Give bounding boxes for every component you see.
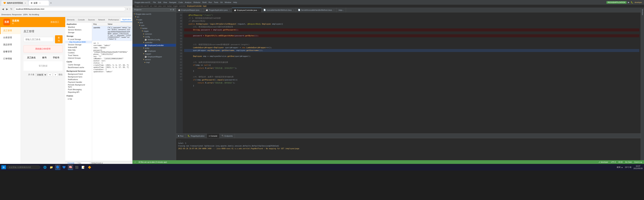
app-item-bgfetch[interactable]: Background Fetch — [65, 73, 92, 75]
bottom-tab-console[interactable]: ≡ Console — [207, 134, 220, 138]
console-tab[interactable]: Console — [66, 161, 75, 164]
close-tab-mapper[interactable]: × — [201, 9, 202, 11]
editor-tab-invocable[interactable]: 📄 InvocableHandlerMethod.class × — [262, 8, 296, 12]
storage-row[interactable]: userInfo {"id":1,"username":"admin","nam… — [92, 26, 132, 41]
browser-tab-settings[interactable]: ⚙ 设置 ✕ — [29, 0, 49, 5]
app-item-bgsync[interactable]: Background Sync — [65, 75, 92, 78]
bottom-tab-endpoints[interactable]: 🔌 Endpoints — [220, 134, 235, 138]
back-button[interactable]: ◀ — [1, 7, 4, 11]
taskbar-app-chrome[interactable]: 🔵 — [55, 165, 60, 170]
taskbar-search-input[interactable] — [7, 165, 40, 169]
sidebar-item-combo[interactable]: 套餐管理 — [0, 48, 21, 55]
tree-employeecontroller[interactable]: ☕ EmployeeController — [132, 44, 176, 47]
bottom-tab-reggieapp[interactable]: 🐛 ReggiApplication — [186, 134, 207, 138]
app-item-localstorage[interactable]: ▾ Local Storage — [65, 38, 92, 41]
address-bar[interactable] — [14, 7, 126, 11]
close-tab-servlet[interactable]: × — [334, 9, 334, 11]
tree-project-root[interactable]: ▾ Reggie-take-out-01 — [132, 12, 176, 15]
debug-btn[interactable]: 🐛 — [631, 1, 633, 3]
app-item-manifest[interactable]: Manifest — [65, 26, 92, 28]
tree-entity[interactable]: ▾ entity — [132, 47, 176, 49]
taskbar-app-vscode[interactable]: 💙 — [62, 165, 67, 170]
devtools-tab-performance[interactable]: Performance — [107, 18, 120, 22]
tree-impl[interactable]: ▸ impl — [132, 61, 176, 64]
taskbar-app-typora[interactable]: 📝 — [80, 165, 86, 170]
app-item-pushmsg[interactable]: Push Messaging — [65, 88, 92, 91]
browser-tab-active[interactable]: 🧡 瑞智外卖管理系统 ✕ — [1, 0, 28, 5]
bottom-tab-run[interactable]: ▶ Run — [176, 134, 186, 138]
tree-service[interactable]: ▾ service — [132, 58, 176, 61]
tree-controller[interactable]: ▾ controller — [132, 41, 176, 44]
menu-git[interactable]: Git — [220, 1, 222, 3]
menu-help[interactable]: Help — [233, 1, 237, 3]
editor-tab-mapper[interactable]: ☕ EmployeeMapper.java × — [176, 8, 204, 12]
search-input[interactable] — [24, 37, 54, 42]
app-item-sessionstorage[interactable]: Session Storage — [65, 43, 92, 46]
taskbar-app-intellij2[interactable]: 🔶 — [87, 165, 92, 170]
app-item-bfcache[interactable]: Back/forward cache — [65, 66, 92, 69]
menu-tools[interactable]: Tools — [214, 1, 218, 3]
taskbar-app-file[interactable]: 📁 — [49, 165, 54, 170]
console-filter[interactable] — [77, 162, 90, 164]
bookmark-icon[interactable]: ☆ — [126, 8, 128, 10]
app-item-trusttokens[interactable]: Trust Tokens — [65, 54, 92, 57]
tree-taotao[interactable]: ▾ taotao — [132, 27, 176, 30]
app-item-serviceworkers[interactable]: Service Workers — [65, 28, 92, 31]
devtools-tab-elements[interactable]: Elements — [65, 18, 76, 22]
app-item-cachestorage[interactable]: Cache Storage — [65, 63, 92, 66]
close-tab-invocable[interactable]: × — [293, 9, 294, 11]
refresh-button[interactable]: ↻ — [10, 7, 13, 11]
app-item-indexeddb[interactable]: IndexedDB — [65, 46, 92, 49]
app-item-notifications[interactable]: Notifications — [65, 78, 92, 81]
start-button[interactable]: ⊞ — [1, 165, 6, 169]
next-page-button[interactable]: > — [53, 73, 58, 76]
new-tab-button[interactable]: + — [50, 1, 52, 5]
devtools-tab-sources[interactable]: Sources — [86, 18, 96, 22]
app-item-localstorage-url[interactable]: http://localhost:8080 — [65, 41, 92, 43]
menu-view[interactable]: View — [163, 1, 167, 3]
sidebar-item-order[interactable]: 订单明细 — [0, 55, 21, 62]
editor-tab-requ[interactable]: requ... — [336, 8, 346, 12]
add-employee-button[interactable]: 添加员工 — [48, 19, 62, 25]
editor-tab-servlet[interactable]: 📄 ServletInvocableHandlerMethod.class × — [296, 8, 336, 12]
prev-page-button[interactable]: < — [48, 73, 52, 76]
tab-close-btn[interactable]: ✕ — [25, 2, 26, 4]
close-tab-controller[interactable]: × — [258, 9, 259, 11]
menu-refactor[interactable]: Refactor — [193, 1, 200, 3]
menu-edit[interactable]: Edit — [158, 1, 161, 3]
forward-button[interactable]: ▶ — [6, 7, 9, 11]
tree-employeemapper[interactable]: ☕ EmployeeMapper — [132, 55, 176, 58]
app-item-interestgroups[interactable]: Interest Groups — [65, 57, 92, 59]
menu-file[interactable]: File — [153, 1, 156, 3]
devtools-tab-application[interactable]: Application — [120, 17, 132, 22]
taskbar-app-idea[interactable]: 🧠 — [68, 165, 73, 170]
more-icon[interactable]: ⋮ — [129, 8, 131, 10]
sidebar-item-employee[interactable]: 员工管理 — [0, 27, 21, 34]
editor-tab-controller[interactable]: ☕ EmployeeController.java × — [232, 8, 262, 12]
tree-employee-entity[interactable]: ☕ Employee — [132, 49, 176, 52]
app-item-websql[interactable]: Web SQL — [65, 49, 92, 51]
structure-panel-btn[interactable]: Structure — [642, 9, 643, 15]
devtools-tab-network[interactable]: Network — [96, 18, 107, 22]
tree-main[interactable]: ▾ main — [132, 18, 176, 21]
tree-src[interactable]: ▾ src — [132, 15, 176, 18]
menu-build[interactable]: Build — [202, 1, 206, 3]
tree-mapper[interactable]: ▾ mapper — [132, 52, 176, 55]
app-item-storage[interactable]: Storage — [65, 31, 92, 34]
tree-java[interactable]: ▾ java — [132, 21, 176, 24]
app-item-periodicbg[interactable]: Periodic Background Sync — [65, 84, 92, 88]
editor-tab-reggieapp[interactable]: ☕ ReggieApplication.java × — [204, 8, 232, 12]
event-log-btn[interactable]: Event Log — [634, 161, 642, 163]
app-item-payment[interactable]: Payment Handler — [65, 81, 92, 84]
menu-navigate[interactable]: Navigate — [169, 1, 176, 3]
default-levels[interactable]: Default levels ▾ — [92, 162, 103, 164]
tree-reggie[interactable]: ▾ reggie — [132, 30, 176, 32]
tree-common[interactable]: ▸ common — [132, 32, 176, 35]
taskbar-app-terminal[interactable]: ⬛ — [74, 165, 80, 170]
sync-icon[interactable]: ⟳ — [170, 9, 172, 11]
settings-icon[interactable]: ⚙ — [172, 9, 174, 11]
app-item-cookies[interactable]: Cookies — [65, 51, 92, 54]
taskbar-app-ie[interactable]: 🌐 — [42, 165, 48, 170]
app-item-top[interactable]: ▸ top — [65, 98, 92, 100]
tree-webmvcconfig[interactable]: ☕ WebMvcConfig — [132, 38, 176, 41]
